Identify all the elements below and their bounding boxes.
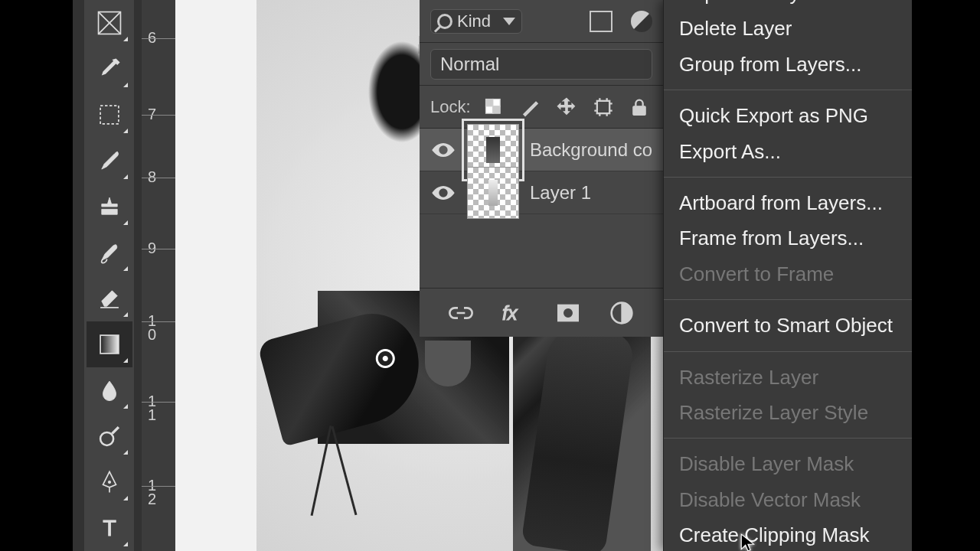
ruler-tick: 1 1 bbox=[148, 394, 171, 422]
blend-mode-value: Normal bbox=[440, 54, 499, 75]
lock-pixels-icon[interactable] bbox=[518, 94, 543, 120]
lock-all-icon[interactable] bbox=[627, 94, 652, 120]
pen-tool[interactable] bbox=[87, 459, 132, 505]
vertical-ruler: 67891 01 11 2 bbox=[142, 0, 175, 551]
visibility-toggle-icon[interactable] bbox=[430, 184, 456, 202]
menu-item-frame-from-layers[interactable]: Frame from Layers... bbox=[664, 220, 912, 256]
submenu-indicator-icon bbox=[123, 83, 128, 87]
menu-item-create-clipping-mask[interactable]: Create Clipping Mask bbox=[664, 517, 912, 551]
canvas-image-detail bbox=[312, 425, 358, 517]
ruler-tick: 1 0 bbox=[148, 314, 171, 341]
type-tool[interactable]: T bbox=[87, 505, 132, 551]
menu-item-delete-layer[interactable]: Delete Layer bbox=[664, 11, 912, 46]
submenu-indicator-icon bbox=[123, 266, 128, 271]
svg-rect-12 bbox=[493, 106, 500, 112]
search-icon bbox=[437, 14, 452, 29]
layer-row-layer-1[interactable]: Layer 1 bbox=[420, 171, 663, 214]
canvas-image-detail bbox=[425, 341, 471, 386]
chevron-down-icon bbox=[503, 18, 515, 25]
history-brush-tool[interactable] bbox=[87, 230, 132, 276]
menu-item-artboard-from-layers[interactable]: Artboard from Layers... bbox=[664, 185, 912, 220]
layers-panel: Kind Normal Lock: Background co Layer 1 … bbox=[420, 0, 663, 337]
ruler-tick: 8 bbox=[148, 170, 171, 184]
svg-rect-3 bbox=[100, 106, 119, 124]
layer-name[interactable]: Layer 1 bbox=[530, 182, 591, 204]
svg-point-17 bbox=[563, 308, 573, 318]
menu-item-export-as[interactable]: Export As... bbox=[664, 134, 912, 169]
tools-panel: T bbox=[84, 0, 134, 551]
link-layers-icon[interactable] bbox=[446, 298, 476, 328]
menu-separator bbox=[664, 351, 912, 352]
menu-item-quick-export-as-png[interactable]: Quick Export as PNG bbox=[664, 98, 912, 133]
svg-rect-14 bbox=[633, 106, 645, 115]
svg-text:T: T bbox=[103, 516, 116, 540]
submenu-indicator-icon bbox=[123, 404, 128, 409]
layer-filter-bar: Kind bbox=[420, 0, 663, 43]
submenu-indicator-icon bbox=[123, 450, 128, 455]
marquee-select-tool[interactable] bbox=[87, 92, 132, 138]
layers-footer-bar: fx bbox=[420, 288, 663, 337]
layer-name[interactable]: Background co bbox=[530, 139, 652, 161]
submenu-indicator-icon bbox=[123, 312, 128, 317]
smudge-tool[interactable] bbox=[87, 367, 132, 413]
svg-rect-5 bbox=[100, 335, 119, 354]
brush-tool[interactable] bbox=[87, 138, 132, 184]
layer-row-background-copy[interactable]: Background co bbox=[420, 129, 663, 171]
clone-stamp-tool[interactable] bbox=[87, 184, 132, 230]
blend-mode-dropdown[interactable]: Normal bbox=[430, 49, 652, 80]
menu-item-group-from-layers[interactable]: Group from Layers... bbox=[664, 47, 912, 82]
new-adjustment-layer-icon[interactable] bbox=[606, 298, 637, 328]
submenu-indicator-icon bbox=[123, 542, 128, 546]
menu-separator bbox=[664, 177, 912, 178]
ruler-tick: 7 bbox=[148, 107, 171, 121]
filter-adjustment-layers-icon[interactable] bbox=[631, 11, 652, 32]
blend-mode-bar: Normal bbox=[420, 43, 663, 86]
menu-separator bbox=[664, 90, 912, 90]
lock-artboard-icon[interactable] bbox=[590, 94, 616, 120]
gradient-tool[interactable] bbox=[87, 321, 132, 367]
svg-text:fx: fx bbox=[502, 302, 518, 324]
menu-separator bbox=[664, 299, 912, 300]
layer-thumbnail[interactable] bbox=[467, 167, 519, 219]
submenu-indicator-icon bbox=[123, 220, 128, 225]
dodge-tool[interactable] bbox=[87, 413, 132, 459]
menu-item-rasterize-layer: Rasterize Layer bbox=[664, 360, 912, 395]
ruler-tick: 6 bbox=[148, 31, 171, 44]
svg-point-7 bbox=[108, 481, 110, 483]
visibility-toggle-icon[interactable] bbox=[430, 141, 456, 159]
lock-position-icon[interactable] bbox=[554, 94, 580, 120]
add-mask-icon[interactable] bbox=[553, 298, 583, 328]
svg-rect-10 bbox=[493, 99, 500, 106]
svg-rect-9 bbox=[486, 99, 493, 106]
menu-item-duplicate-layer[interactable]: Duplicate Layer... bbox=[664, 0, 912, 11]
svg-rect-11 bbox=[486, 106, 493, 112]
menu-separator bbox=[664, 438, 912, 439]
frame-tool[interactable] bbox=[87, 0, 132, 46]
filter-label: Kind bbox=[457, 11, 491, 31]
submenu-indicator-icon bbox=[123, 37, 128, 41]
layer-effects-icon[interactable]: fx bbox=[499, 298, 530, 328]
svg-point-6 bbox=[100, 432, 113, 445]
menu-item-convert-to-smart-object[interactable]: Convert to Smart Object bbox=[664, 308, 912, 343]
svg-rect-13 bbox=[597, 100, 609, 112]
menu-item-rasterize-layer-style: Rasterize Layer Style bbox=[664, 395, 912, 430]
submenu-indicator-icon bbox=[123, 496, 128, 500]
submenu-indicator-icon bbox=[123, 129, 128, 133]
eraser-tool[interactable] bbox=[87, 276, 132, 321]
menu-item-disable-vector-mask: Disable Vector Mask bbox=[664, 482, 912, 517]
submenu-indicator-icon bbox=[123, 358, 128, 363]
menu-item-disable-layer-mask: Disable Layer Mask bbox=[664, 446, 912, 481]
layer-filter-type-dropdown[interactable]: Kind bbox=[430, 9, 522, 34]
ruler-tick: 1 2 bbox=[148, 478, 171, 506]
ruler-tick: 9 bbox=[148, 241, 171, 255]
layer-context-menu[interactable]: Duplicate Layer...Delete LayerGroup from… bbox=[663, 0, 912, 551]
filter-pixel-layers-icon[interactable] bbox=[590, 11, 612, 32]
submenu-indicator-icon bbox=[123, 174, 128, 179]
eyedropper-tool[interactable] bbox=[87, 46, 132, 92]
lock-transparency-icon[interactable] bbox=[482, 94, 507, 120]
lock-label: Lock: bbox=[430, 97, 471, 117]
menu-item-convert-to-frame: Convert to Frame bbox=[664, 256, 912, 292]
layer-lock-bar: Lock: bbox=[420, 86, 663, 129]
